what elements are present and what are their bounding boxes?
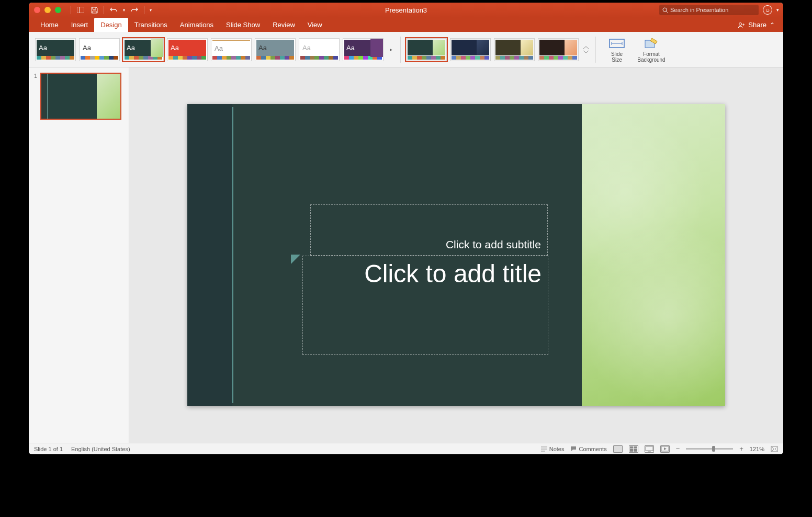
feedback-icon[interactable]: ☺ bbox=[763, 5, 772, 15]
slide-size-button[interactable]: Slide Size bbox=[601, 37, 633, 63]
search-box[interactable] bbox=[659, 5, 759, 15]
tab-animations[interactable]: Animations bbox=[174, 18, 220, 32]
slide-thumbnail-pane: 1 bbox=[29, 67, 129, 443]
share-button[interactable]: Share bbox=[748, 21, 766, 29]
svg-point-2 bbox=[663, 8, 667, 12]
theme-thumbnail[interactable]: Aa bbox=[167, 38, 208, 61]
tab-home[interactable]: Home bbox=[34, 18, 65, 32]
svg-point-4 bbox=[739, 22, 742, 25]
tab-transitions[interactable]: Transitions bbox=[128, 18, 174, 32]
theme-thumbnail[interactable]: Aa bbox=[35, 38, 76, 61]
reading-view-icon[interactable] bbox=[645, 445, 654, 453]
tab-slideshow[interactable]: Slide Show bbox=[220, 18, 266, 32]
variant-thumbnail[interactable] bbox=[494, 38, 535, 61]
title-bar: ▾ ▾ Presentation3 ☺ ▾ bbox=[29, 3, 783, 17]
theme-thumbnail[interactable]: Aa bbox=[123, 38, 164, 61]
slide-thumbnail[interactable] bbox=[40, 73, 121, 120]
variant-thumbnail[interactable] bbox=[406, 38, 447, 61]
theme-thumbnail[interactable]: Aa bbox=[255, 38, 296, 61]
share-person-icon bbox=[738, 22, 745, 28]
theme-gallery: AaAaAaAaAaAaAaAa bbox=[35, 38, 384, 61]
maximize-icon[interactable] bbox=[55, 7, 61, 13]
undo-icon[interactable] bbox=[109, 6, 118, 14]
format-background-button[interactable]: Format Background bbox=[636, 37, 667, 63]
theme-thumbnail[interactable]: Aa bbox=[343, 38, 384, 61]
slide-canvas[interactable]: Click to add subtitle Click to add title bbox=[129, 67, 783, 443]
save-icon[interactable] bbox=[90, 6, 98, 14]
quick-access-toolbar: ▾ ▾ bbox=[71, 6, 152, 14]
more-themes-icon[interactable]: ▸ bbox=[387, 47, 395, 52]
theme-thumbnail[interactable]: Aa bbox=[79, 38, 120, 61]
ribbon-tabs: Home Insert Design Transitions Animation… bbox=[29, 17, 783, 32]
svg-rect-16 bbox=[771, 446, 777, 452]
document-title: Presentation3 bbox=[385, 6, 427, 14]
language-status[interactable]: English (United States) bbox=[71, 446, 130, 452]
variant-thumbnail[interactable] bbox=[450, 38, 491, 61]
variant-thumbnail[interactable] bbox=[538, 38, 579, 61]
thumbnail-number: 1 bbox=[32, 73, 37, 120]
search-input[interactable] bbox=[670, 7, 755, 13]
normal-view-icon[interactable] bbox=[613, 445, 623, 453]
tab-review[interactable]: Review bbox=[266, 18, 301, 32]
redo-icon[interactable] bbox=[130, 6, 139, 14]
sorter-view-icon[interactable] bbox=[629, 445, 638, 453]
slide-size-icon bbox=[609, 37, 625, 50]
layout-icon[interactable] bbox=[76, 6, 85, 14]
subtitle-placeholder[interactable]: Click to add subtitle bbox=[310, 204, 548, 256]
format-background-icon bbox=[645, 37, 658, 50]
slide-position: Slide 1 of 1 bbox=[34, 446, 63, 452]
comments-button[interactable]: Comments bbox=[570, 446, 606, 452]
slideshow-view-icon[interactable] bbox=[660, 445, 670, 453]
window-controls bbox=[34, 7, 61, 13]
slide[interactable]: Click to add subtitle Click to add title bbox=[187, 104, 725, 406]
triangle-decoration bbox=[291, 255, 300, 264]
collapse-ribbon-icon[interactable]: ⌃ bbox=[770, 21, 775, 29]
ribbon: AaAaAaAaAaAaAaAa ▸ Slide Size Format Bac… bbox=[29, 32, 783, 67]
title-placeholder[interactable]: Click to add title bbox=[302, 256, 548, 355]
status-bar: Slide 1 of 1 English (United States) Not… bbox=[29, 443, 783, 454]
theme-thumbnail[interactable]: Aa bbox=[299, 38, 340, 61]
notes-button[interactable]: Notes bbox=[541, 446, 565, 452]
svg-rect-0 bbox=[77, 7, 84, 13]
search-icon bbox=[662, 7, 668, 13]
zoom-slider[interactable] bbox=[686, 448, 733, 450]
zoom-in-button[interactable]: + bbox=[739, 445, 743, 453]
theme-thumbnail[interactable]: Aa bbox=[211, 38, 252, 61]
zoom-out-button[interactable]: − bbox=[676, 445, 680, 453]
tab-design[interactable]: Design bbox=[94, 18, 128, 32]
zoom-level[interactable]: 121% bbox=[750, 446, 764, 452]
chevron-down-icon[interactable]: ▾ bbox=[776, 7, 779, 13]
close-icon[interactable] bbox=[34, 7, 40, 13]
more-variants-icon[interactable] bbox=[582, 46, 590, 53]
tab-view[interactable]: View bbox=[301, 18, 329, 32]
tab-insert[interactable]: Insert bbox=[65, 18, 95, 32]
minimize-icon[interactable] bbox=[44, 7, 51, 13]
svg-rect-13 bbox=[646, 446, 653, 451]
format-background-label: Format Background bbox=[637, 51, 665, 63]
variant-gallery bbox=[406, 38, 579, 61]
fit-to-window-icon[interactable] bbox=[771, 446, 778, 452]
svg-line-3 bbox=[666, 11, 668, 13]
slide-size-label: Slide Size bbox=[611, 51, 623, 63]
